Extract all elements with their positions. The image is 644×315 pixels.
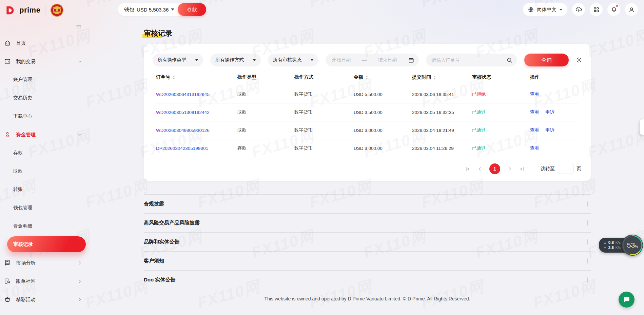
- accordion-brand-entity-notice[interactable]: 品牌和实体公告: [144, 232, 591, 251]
- operation-type-dropdown[interactable]: 所有操作类型: [153, 54, 203, 66]
- chevron-down-icon: [77, 132, 82, 137]
- globe-icon: [528, 6, 534, 13]
- order-number-link[interactable]: DP202603042305199301: [156, 146, 237, 151]
- sidebar-item-funds-details[interactable]: 资金明细: [0, 217, 86, 235]
- sidebar-item-copy-trading[interactable]: 跟单社区: [0, 272, 86, 290]
- main-content: 审核记录 所有操作类型 所有操作方式 所有审核状态 开始日期 —: [86, 16, 644, 315]
- cell-amount: USD 3,000.00: [354, 146, 412, 151]
- trades-wallet-icon: [4, 58, 11, 65]
- plus-icon: [584, 257, 591, 264]
- live-chat-button[interactable]: [619, 292, 635, 308]
- speed-monitor-widget[interactable]: ▲0.8K/s ▼2.5K/s 53%: [599, 235, 643, 256]
- sidebar-item-label: 精彩活动: [16, 296, 36, 303]
- sidebar-item-account-management[interactable]: 账户管理: [0, 71, 86, 89]
- cell-type: 存款: [237, 145, 294, 151]
- next-page-button[interactable]: [507, 166, 512, 172]
- cell-amount: USD 3,500.00: [354, 110, 412, 115]
- audit-status-dropdown[interactable]: 所有审核状态: [268, 54, 318, 66]
- profile-button[interactable]: [625, 3, 638, 16]
- accordion-high-risk-disclosure[interactable]: 高风险交易产品风险披露: [144, 213, 591, 232]
- sidebar-item-home[interactable]: 首页: [0, 34, 86, 52]
- cell-method: 数字货币: [294, 145, 354, 151]
- cell-time: 2026.03.04 19:21:49: [412, 128, 472, 133]
- sidebar-collapse-button[interactable]: [74, 22, 83, 31]
- wallet-balance-dropdown[interactable]: 钱包 USD 5,503.36: [118, 3, 187, 16]
- accordion-client-notice[interactable]: 客户须知: [144, 251, 591, 270]
- sidebar-item-trade-history[interactable]: 交易历史: [0, 89, 86, 107]
- table-row: WD202603064313192645 取款 数字货币 USD 5,500.0…: [156, 85, 579, 103]
- chevron-down-icon: [559, 9, 563, 11]
- pagination: 1 跳转至 页: [144, 157, 591, 178]
- order-number-link[interactable]: WD202603064313192645: [156, 92, 237, 97]
- view-link[interactable]: 查看: [530, 127, 539, 133]
- current-page-button[interactable]: 1: [489, 163, 500, 174]
- cell-amount: USD 5,500.00: [354, 92, 412, 97]
- user-icon: [628, 6, 635, 13]
- speed-unit: K/s: [616, 240, 621, 245]
- date-range-picker[interactable]: 开始日期 — 结束日期: [326, 54, 419, 66]
- home-icon: [4, 40, 11, 46]
- order-number-link[interactable]: WD202603051309192442: [156, 110, 237, 115]
- status-badge: 已拒绝: [472, 91, 530, 97]
- sidebar: 首页 我的交易 账户管理 交易历史 下载中心 资金管理 存款 取款 转账 钱包管…: [0, 16, 86, 315]
- footer-accordion: 合规披露 高风险交易产品风险披露 品牌和实体公告 客户须知 Doo 实体公告: [144, 194, 591, 289]
- scrollbar-thumb[interactable]: [640, 119, 644, 135]
- download-speed: 2.5: [608, 245, 614, 250]
- jump-to-page-input[interactable]: [558, 164, 573, 174]
- table-row: WD202603051309192442 取款 数字货币 USD 3,500.0…: [156, 103, 579, 121]
- sidebar-item-funds-management[interactable]: 资金管理: [0, 125, 86, 144]
- previous-page-button[interactable]: [477, 166, 483, 172]
- language-selector[interactable]: 简体中文: [523, 3, 567, 16]
- table-settings-button[interactable]: [574, 54, 584, 66]
- deposit-button[interactable]: 存款: [178, 3, 206, 16]
- copyright-text: This website is owned and operated by D …: [144, 296, 591, 301]
- community-doc-search-icon: [4, 278, 11, 284]
- view-link[interactable]: 查看: [530, 109, 539, 115]
- notifications-button[interactable]: [607, 3, 620, 16]
- view-link[interactable]: 查看: [530, 145, 539, 151]
- column-submit-time[interactable]: 提交时间: [412, 74, 472, 80]
- appeal-link[interactable]: 申诉: [545, 127, 554, 133]
- download-center-button[interactable]: [572, 3, 585, 16]
- column-order-no[interactable]: 订单号: [156, 74, 237, 80]
- operation-method-dropdown[interactable]: 所有操作方式: [210, 54, 261, 66]
- column-amount[interactable]: 金额: [354, 74, 412, 80]
- sidebar-item-activities[interactable]: 精彩活动: [0, 290, 86, 309]
- date-separator: —: [362, 57, 367, 63]
- sidebar-item-wallet-management[interactable]: 钱包管理: [0, 199, 86, 217]
- sidebar-item-label: 首页: [16, 40, 26, 46]
- appeal-link[interactable]: 申诉: [545, 109, 554, 115]
- sidebar-item-transfer[interactable]: 转账: [0, 180, 86, 199]
- first-page-button[interactable]: [465, 166, 470, 172]
- end-date-placeholder: 结束日期: [378, 57, 397, 63]
- audit-records-card: 所有操作类型 所有操作方式 所有审核状态 开始日期 — 结束日期: [144, 44, 591, 181]
- page-title: 审核记录: [144, 28, 172, 38]
- view-link[interactable]: 查看: [530, 91, 539, 97]
- progress-circle[interactable]: 53%: [622, 235, 643, 256]
- sidebar-item-download-center[interactable]: 下载中心: [0, 107, 86, 125]
- column-audit-status: 审核状态: [472, 74, 530, 80]
- brand-divider: [45, 5, 45, 15]
- chat-bubble-icon: [622, 295, 631, 304]
- order-number-input[interactable]: [431, 57, 499, 63]
- collapse-sidebar-icon: [76, 24, 82, 30]
- search-button[interactable]: 查询: [524, 54, 569, 66]
- sidebar-item-deposit[interactable]: 存款: [0, 144, 86, 162]
- jump-to-label: 跳转至: [541, 166, 555, 172]
- last-page-button[interactable]: [519, 166, 525, 172]
- sidebar-item-my-trades[interactable]: 我的交易: [0, 52, 86, 71]
- download-icon: [575, 6, 582, 13]
- apps-menu-button[interactable]: [590, 3, 603, 16]
- search-icon[interactable]: [506, 57, 513, 63]
- calendar-icon: [408, 57, 414, 63]
- sidebar-item-label: 跟单社区: [16, 278, 36, 284]
- chevron-right-icon: [77, 297, 82, 302]
- sidebar-item-market-analysis[interactable]: 市场分析: [0, 254, 86, 272]
- notification-badge: [616, 5, 618, 7]
- accordion-compliance-disclosure[interactable]: 合规披露: [144, 194, 591, 213]
- accordion-doo-entity-notice[interactable]: Doo 实体公告: [144, 270, 591, 289]
- sidebar-item-audit-records-active[interactable]: 审核记录: [7, 236, 86, 252]
- sidebar-item-withdraw[interactable]: 取款: [0, 162, 86, 180]
- sidebar-item-label: 资金管理: [16, 132, 36, 138]
- order-number-link[interactable]: WD202603049305930126: [156, 128, 237, 133]
